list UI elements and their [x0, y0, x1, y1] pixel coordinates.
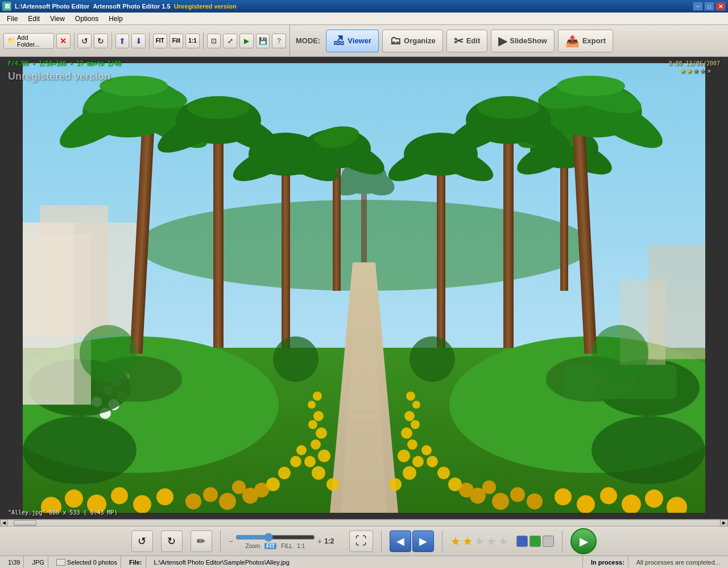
menu-help[interactable]: Help: [104, 14, 127, 24]
maximize-button[interactable]: □: [704, 2, 714, 11]
zoom-fit-button[interactable]: FIT: [153, 34, 167, 48]
svg-point-20: [290, 456, 301, 467]
star-overlay-2: ★: [686, 65, 692, 76]
color-tag-blue[interactable]: [516, 536, 528, 547]
refresh-fwd-button[interactable]: ↻: [94, 34, 108, 48]
svg-point-18: [326, 478, 339, 491]
horizontal-scrollbar[interactable]: ◀ ▶: [0, 519, 728, 526]
zoom-custom-button[interactable]: ⊡: [207, 34, 221, 48]
fullscreen-button[interactable]: ⛶: [349, 530, 373, 552]
viewer-icon: 🏖: [333, 34, 345, 47]
zoom-slider[interactable]: [235, 533, 315, 542]
slideshow-icon: ▶: [498, 34, 507, 48]
mode-organize-button[interactable]: 🗂 Organize: [382, 30, 443, 52]
nav-down-button[interactable]: ⬇: [131, 34, 146, 48]
rotate-right-button[interactable]: ↻: [161, 530, 183, 552]
app-icon: 🖼: [2, 2, 11, 11]
menu-file[interactable]: File: [2, 14, 22, 24]
photo-display[interactable]: [0, 57, 728, 519]
svg-point-12: [311, 439, 321, 450]
title-bar-path: L:\Artensoft Photo Editor: [15, 3, 89, 10]
scroll-left-button[interactable]: ◀: [0, 520, 8, 526]
next-photo-button[interactable]: ▶: [412, 530, 434, 552]
color-tag-gray[interactable]: [543, 536, 554, 547]
zoom-section: − Zoom FIT FILL 1:1 + 1:2: [229, 533, 341, 549]
mode-label: MODE:: [296, 36, 320, 45]
rotate-right-icon: ↻: [167, 535, 176, 548]
scrollbar-track[interactable]: [8, 520, 720, 526]
color-tag-green[interactable]: [530, 536, 541, 547]
zoom-1to1-button[interactable]: 1:1: [185, 34, 200, 48]
title-bar: 🖼 L:\Artensoft Photo Editor Artensoft Ph…: [0, 0, 728, 13]
add-folder-button[interactable]: 📁 Add Folder...: [3, 33, 54, 49]
status-count: 1\39: [5, 556, 24, 568]
mode-slideshow-button[interactable]: ▶ SlideShow: [491, 30, 555, 52]
zoom-1to1-label: 1:1: [297, 543, 305, 549]
svg-point-112: [156, 488, 173, 505]
svg-point-23: [403, 466, 416, 480]
star-2-button[interactable]: ★: [462, 534, 473, 548]
svg-point-136: [592, 325, 648, 382]
edit-pencil-button[interactable]: ✏: [191, 530, 212, 552]
slideshow-play-button[interactable]: ▶: [570, 528, 597, 554]
organize-label: Organize: [404, 36, 436, 45]
svg-rect-128: [348, 456, 380, 461]
svg-point-41: [203, 487, 218, 502]
play-button[interactable]: ▶: [239, 34, 254, 48]
menu-options[interactable]: Options: [71, 14, 103, 24]
svg-rect-127: [346, 467, 383, 473]
organize-icon: 🗂: [390, 34, 401, 47]
star-3-button[interactable]: ★: [474, 534, 485, 548]
svg-point-24: [412, 456, 424, 467]
mode-edit-button[interactable]: ✂ Edit: [446, 30, 488, 52]
scroll-right-button[interactable]: ▶: [720, 520, 728, 526]
image-exif-info: F/4.99 • 1/50•100 • 17 mm•to 1/40: [8, 60, 121, 67]
svg-point-44: [482, 480, 496, 494]
star-overlay-1: ★: [680, 65, 686, 76]
svg-point-114: [645, 489, 663, 508]
zoom-fill-button[interactable]: Fill: [169, 34, 184, 48]
image-date-info: 0:00 13/06/2007 ★ ★ ★ ★ ★: [669, 60, 720, 67]
mode-viewer-button[interactable]: 🏖 Viewer: [326, 30, 379, 52]
next-icon: ▶: [419, 535, 427, 548]
svg-point-93: [187, 96, 250, 119]
rotate-left-button[interactable]: ↺: [131, 530, 153, 552]
pencil-icon: ✏: [197, 535, 205, 548]
svg-point-27: [401, 427, 412, 439]
svg-point-29: [404, 411, 415, 421]
help-button[interactable]: ?: [272, 34, 286, 48]
star-4-button[interactable]: ★: [486, 534, 497, 548]
nav-up-button[interactable]: ⬆: [115, 34, 130, 48]
menu-view[interactable]: View: [46, 14, 69, 24]
menu-edit[interactable]: Edit: [23, 14, 44, 24]
save-button[interactable]: 💾: [256, 34, 270, 48]
scrollbar-thumb[interactable]: [14, 520, 36, 526]
menu-bar: File Edit View Options Help: [0, 13, 728, 25]
main-viewer: F/4.99 • 1/50•100 • 17 mm•to 1/40 0:00 1…: [0, 57, 728, 519]
mode-export-button[interactable]: 📤 Export: [558, 30, 613, 52]
color-tag-buttons: [516, 536, 554, 547]
svg-point-15: [313, 411, 324, 421]
sep-3: [149, 32, 150, 50]
svg-point-110: [111, 487, 128, 504]
prev-photo-button[interactable]: ◀: [390, 530, 411, 552]
zoom-value-display: 1:2: [324, 537, 341, 545]
remove-button[interactable]: ✕: [56, 34, 71, 48]
svg-rect-122: [23, 223, 74, 405]
star-5-button[interactable]: ★: [498, 534, 508, 548]
svg-point-34: [427, 456, 438, 467]
svg-point-45: [459, 483, 474, 497]
svg-point-38: [232, 480, 246, 494]
close-button[interactable]: ✕: [715, 2, 726, 11]
minimize-button[interactable]: ─: [693, 2, 703, 11]
star-overlay-4: ★: [700, 65, 706, 76]
zoom-label-row: Zoom FIT FILL 1:1: [246, 543, 305, 549]
refresh-back-button[interactable]: ↺: [77, 34, 92, 48]
star-1-button[interactable]: ★: [450, 534, 461, 548]
image-filename-info: "Alley.jpg" 800 x 533 ( 0.43 MP): [8, 509, 118, 516]
svg-rect-130: [350, 433, 378, 438]
expand-button[interactable]: ⤢: [223, 34, 237, 48]
zoom-minus-icon: −: [229, 537, 233, 546]
status-process-text: All processes are completed...: [633, 556, 723, 568]
svg-point-39: [254, 483, 269, 497]
